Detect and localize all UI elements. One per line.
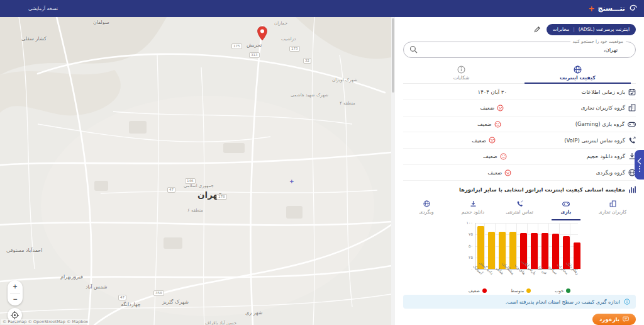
map-label: احمدآباد مستوفی: [6, 248, 42, 253]
row-label: گروه تماس اینترنتی (VoIP): [564, 137, 625, 144]
globe-icon: [574, 66, 582, 74]
building-icon: [628, 104, 636, 111]
map-label: تجریش: [247, 42, 262, 48]
legend-dot: [482, 288, 487, 293]
weak-status-icon: [497, 105, 504, 111]
map-label: چهاردانگه: [121, 302, 141, 307]
zoom-out-button[interactable]: −: [8, 294, 23, 306]
map-label: منطقه ۴: [340, 101, 355, 106]
chart-bar-پارس آنلاین: [531, 233, 538, 269]
chart-bar-فن آوا: [541, 233, 548, 268]
tab-internet-quality[interactable]: کیفیت اینترنت: [519, 63, 636, 84]
gamepad-icon: [562, 200, 570, 207]
operator-pill[interactable]: اینترنت پرسرعت (ADSL) | مخابرات: [547, 24, 636, 35]
pill-divider: |: [573, 26, 575, 32]
legend-item: ضعیف: [469, 288, 487, 294]
drawer-dot: [639, 168, 640, 169]
weak-status-icon: [494, 121, 501, 128]
search-floating-label: موقعیت خود را جستجو کنید: [570, 39, 626, 44]
map-label: فیروزبهرام: [60, 274, 83, 280]
panel-scrollbar-thumb[interactable]: [392, 18, 394, 93]
operator-name-label: مخابرات: [553, 26, 570, 32]
row-label: گروه دانلود حجیم: [587, 153, 625, 159]
chart-y-axis: ۱۰۰۷۵۵۰۲۵۰: [461, 223, 475, 270]
map-label: جماران: [274, 21, 287, 26]
legend-dot: [566, 288, 570, 293]
zoom-in-button[interactable]: +: [8, 280, 23, 293]
row-date-range: بازه زمانی اطلاعات ۳۰ آبان ۱۴۰۴: [403, 84, 636, 100]
edit-operator-button[interactable]: [534, 26, 541, 33]
chevron-left-icon: [637, 158, 641, 164]
row-value-date: ۳۰ آبان ۱۴۰۴: [403, 89, 582, 95]
cmp-tab-browsing[interactable]: وبگردی: [403, 197, 450, 219]
map-label: شهرک گلریز: [162, 299, 189, 305]
map-label: دزاشیب: [281, 37, 296, 42]
map-attribution[interactable]: © Parsimap © OpenStreetMap © Mapbox: [1, 319, 89, 324]
feedback-button[interactable]: بازخورد: [592, 314, 636, 325]
cmp-tab-label: کاربران تجاری: [599, 209, 626, 215]
drawer-dot: [639, 171, 640, 172]
legend-label: ضعیف: [469, 288, 480, 294]
map-roads-art: [0, 17, 391, 325]
road-shield: 175: [231, 43, 242, 49]
map-canvas[interactable]: + + − © Parsimap © OpenStreetMap © Mapbo…: [0, 17, 391, 325]
calendar-icon: [628, 88, 636, 96]
map-label: شهرک شهید هاشمی: [291, 93, 328, 98]
logo-text: نتـــسنج: [597, 4, 625, 13]
map-label: کشار سفلی: [21, 36, 47, 42]
cmp-tab-label: تماس اینترنتی: [506, 209, 533, 215]
voip-phone-icon: [628, 137, 636, 144]
side-drawer-toggle[interactable]: [635, 150, 644, 180]
alert-text: اندازه گیری کیفیت در سطح استان انجام پذی…: [506, 299, 620, 305]
comparison-chart: ۱۰۰۷۵۵۰۲۵۰ آسیاتکداده گسترشاتلپیشگامانها…: [403, 223, 636, 294]
road-shield: 313: [249, 52, 260, 58]
locate-target-icon: [11, 311, 19, 319]
comparison-title-row: مقایسه استانی کیفیت اینترنت اپراتور انتخ…: [403, 185, 636, 194]
feedback-label: بازخورد: [599, 316, 619, 322]
cmp-tab-gaming[interactable]: بازی: [543, 197, 589, 219]
tab-complaints[interactable]: شکایات: [403, 63, 519, 84]
status-value: ضعیف: [477, 121, 492, 127]
cmp-tab-download[interactable]: دانلود حجیم: [450, 197, 496, 219]
chart-y-tick: ۱۰۰: [467, 221, 473, 225]
map-label: شهرک لویزان: [332, 77, 357, 83]
info-panel: اینترنت پرسرعت (ADSL) | مخابرات موقعیت خ…: [395, 17, 644, 325]
legend-dot: [526, 288, 531, 293]
cmp-tab-label: دانلود حجیم: [462, 209, 484, 215]
row-browsing: گروه وبگردی ضعیف: [403, 165, 636, 181]
map-zoom-control: + −: [8, 280, 23, 305]
map-label: شمس آباد: [86, 284, 108, 290]
row-business-users: گروه کاربران تجاری ضعیف: [403, 100, 636, 117]
chart-bar-رهام داتک: [574, 242, 580, 269]
cmp-tab-business[interactable]: کاربران تجاری: [589, 197, 636, 219]
date-value: ۳۰ آبان ۱۴۰۴: [478, 89, 507, 95]
chart-bar-داده گستر: [488, 232, 495, 268]
location-pin-icon[interactable]: [257, 26, 268, 41]
weak-status-icon: [500, 153, 507, 160]
gridline: [548, 223, 549, 269]
chart-y-tick: ۷۵: [469, 232, 473, 237]
gamepad-icon: [628, 120, 636, 128]
legend-item: متوسط: [511, 288, 531, 294]
gridline: [495, 223, 496, 269]
province-info-alert: اندازه گیری کیفیت در سطح استان انجام پذی…: [403, 295, 636, 309]
row-voip: گروه تماس اینترنتی (VoIP) ضعیف: [403, 132, 636, 149]
search-icon[interactable]: [409, 45, 418, 54]
road-shield: 178: [216, 194, 227, 200]
chart-y-tick: ۵۰: [469, 244, 473, 249]
chart-legend: ضعیفمتوسطخوب: [469, 288, 571, 294]
operator-row: اینترنت پرسرعت (ADSL) | مخابرات: [403, 23, 636, 36]
tab-label: شکایات: [453, 75, 470, 81]
chart-y-tick: ۰: [471, 268, 474, 272]
main-tabs: کیفیت اینترنت شکایات: [403, 63, 636, 84]
status-value: ضعیف: [472, 137, 486, 144]
status-value: ضعیف: [483, 153, 497, 159]
globe-icon: [423, 200, 430, 207]
legend-label: خوب: [555, 288, 564, 294]
map-label: منطقه ۶: [187, 208, 203, 213]
cmp-tab-voip[interactable]: تماس اینترنتی: [496, 197, 543, 219]
row-label: بازه زمانی اطلاعات: [582, 89, 625, 95]
poi-plus-icon: +: [289, 178, 294, 185]
comparison-tabs: کاربران تجاری بازی تماس اینترنتی دانلود …: [403, 197, 636, 219]
map-label: حسن آباد باقراف: [205, 321, 236, 325]
